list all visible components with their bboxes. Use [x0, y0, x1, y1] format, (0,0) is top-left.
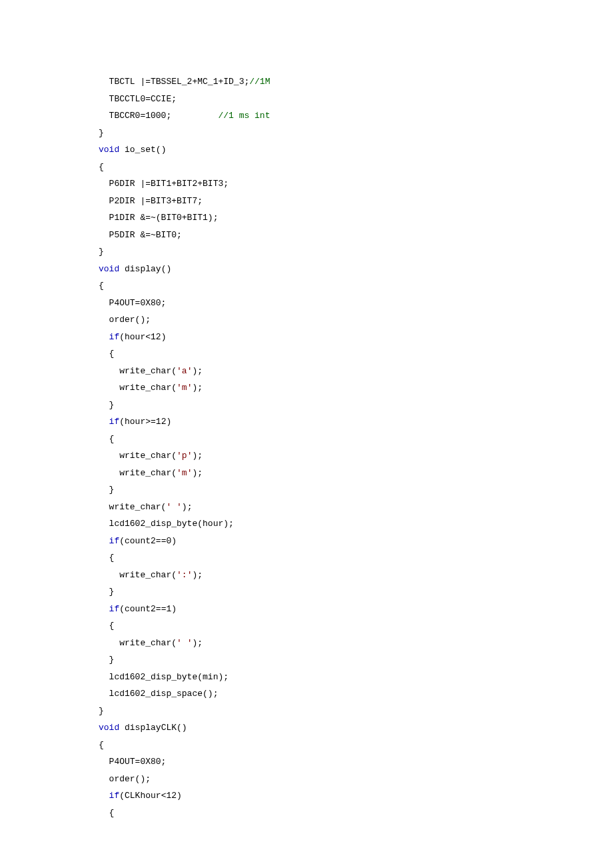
keyword: if	[109, 417, 120, 427]
code-text: write_char(	[99, 570, 177, 580]
code-text: );	[192, 570, 203, 580]
code-text: P2DIR |=BIT3+BIT7;	[99, 196, 203, 206]
code-text: P4OUT=0X80;	[99, 757, 166, 767]
string-literal: 'p'	[177, 451, 192, 461]
code-text: write_char(	[99, 451, 177, 461]
document-page: TBCTL |=TBSSEL_2+MC_1+ID_3;//1M TBCCTL0=…	[0, 0, 613, 868]
code-text: order();	[99, 315, 151, 325]
code-text: (count2==1)	[119, 604, 177, 614]
code-block: TBCTL |=TBSSEL_2+MC_1+ID_3;//1M TBCCTL0=…	[99, 73, 613, 821]
code-text: io_set()	[119, 145, 166, 155]
code-text: );	[192, 451, 203, 461]
code-text: display()	[119, 264, 171, 274]
code-text: }	[99, 655, 114, 665]
code-text: }	[99, 706, 104, 716]
keyword: void	[99, 264, 119, 274]
code-text: {	[99, 162, 104, 172]
string-literal: 'a'	[177, 366, 192, 376]
code-text: lcd1602_disp_byte(hour);	[99, 519, 234, 529]
code-text: }	[99, 247, 104, 257]
code-text	[99, 791, 109, 801]
code-text: displayCLK()	[119, 723, 187, 733]
string-literal: ' '	[166, 502, 181, 512]
code-text: order();	[99, 774, 151, 784]
keyword: void	[99, 723, 119, 733]
code-text: P1DIR &=~(BIT0+BIT1);	[99, 213, 218, 223]
string-literal: ' '	[177, 638, 192, 648]
code-text: {	[99, 349, 114, 359]
code-text: }	[99, 587, 114, 597]
code-text: );	[192, 366, 203, 376]
code-text: );	[182, 502, 193, 512]
code-text: TBCCTL0=CCIE;	[99, 94, 177, 104]
code-text: lcd1602_disp_byte(min);	[99, 672, 229, 682]
code-text: {	[99, 740, 104, 750]
code-text: (count2==0)	[119, 536, 177, 546]
code-text: write_char(	[99, 638, 177, 648]
comment: //1 ms int	[218, 111, 270, 121]
code-text: {	[99, 553, 114, 563]
keyword: void	[99, 145, 119, 155]
code-text: );	[192, 383, 203, 393]
code-text: }	[99, 128, 104, 138]
keyword: if	[109, 536, 120, 546]
code-text: {	[99, 434, 114, 444]
code-text: (hour>=12)	[119, 417, 171, 427]
code-text	[99, 332, 109, 342]
keyword: if	[109, 791, 120, 801]
code-text: {	[99, 621, 114, 631]
code-text	[99, 604, 109, 614]
code-text: (hour<12)	[119, 332, 166, 342]
code-text	[99, 417, 109, 427]
keyword: if	[109, 332, 120, 342]
code-text: P5DIR &=~BIT0;	[99, 230, 182, 240]
code-text: TBCTL |=TBSSEL_2+MC_1+ID_3;	[99, 77, 249, 87]
code-text	[99, 536, 109, 546]
comment: //1M	[249, 77, 270, 87]
string-literal: 'm'	[177, 383, 192, 393]
code-text: write_char(	[99, 366, 177, 376]
code-text: write_char(	[99, 502, 166, 512]
code-text: write_char(	[99, 383, 177, 393]
code-text: TBCCR0=1000;	[99, 111, 218, 121]
string-literal: 'm'	[177, 468, 192, 478]
code-text: );	[192, 638, 203, 648]
code-text: );	[192, 468, 203, 478]
code-text: {	[99, 808, 114, 818]
code-text: P6DIR |=BIT1+BIT2+BIT3;	[99, 179, 229, 189]
code-text: }	[99, 400, 114, 410]
code-text: P4OUT=0X80;	[99, 298, 166, 308]
code-text: lcd1602_disp_space();	[99, 689, 218, 699]
code-text: {	[99, 281, 104, 291]
string-literal: ':'	[177, 570, 192, 580]
code-text: write_char(	[99, 468, 177, 478]
keyword: if	[109, 604, 120, 614]
code-text: }	[99, 485, 114, 495]
code-text: (CLKhour<12)	[119, 791, 182, 801]
